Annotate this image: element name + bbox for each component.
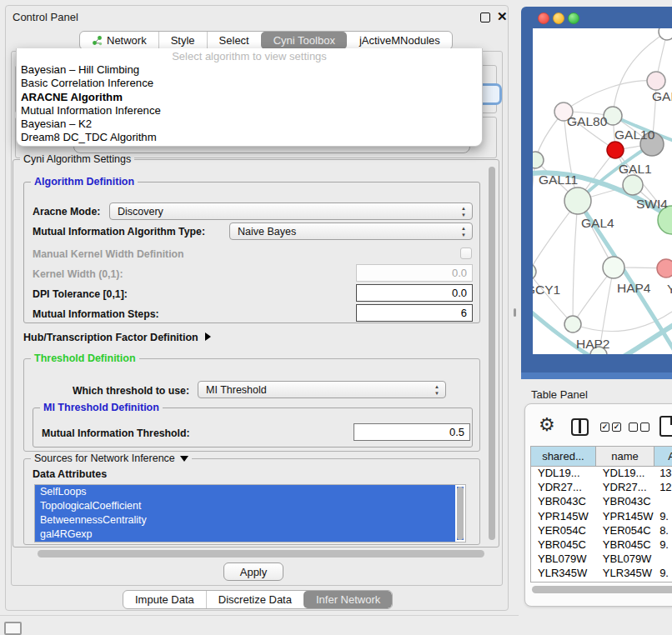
table-cell[interactable]: YDL19... [596,467,654,481]
table-cell[interactable]: YIL052C [531,582,596,583]
close-traffic-light[interactable] [538,12,549,24]
zoom-traffic-light[interactable] [568,12,579,24]
uncheck-all-icon[interactable] [629,422,638,432]
tab-impute-data[interactable]: Impute Data [123,591,206,608]
table-cell[interactable]: YBL079W [531,552,596,567]
table-row[interactable]: YLR345WYLR345W9. [531,567,672,581]
table-row[interactable]: YIL052CYIL052C9 [531,582,672,583]
algorithm-option[interactable]: Bayesian – Hill Climbing [17,63,482,77]
attribute-item[interactable]: TopologicalCoefficient [35,499,455,513]
attribute-item[interactable]: BetweennessCentrality [35,513,455,528]
tab-cyni-toolbox[interactable]: Cyni Toolbox [261,32,347,49]
float-window-icon[interactable] [480,12,490,22]
manual-kernel-checkbox[interactable] [460,248,472,259]
network-node[interactable] [564,316,581,332]
table-cell[interactable]: YBL079W [596,552,654,567]
table-cell[interactable]: YLR345W [531,567,596,581]
table-row[interactable]: YBR043CYBR043C [531,495,672,509]
table-row[interactable]: YDL19...YDL19...13 [531,467,672,481]
network-node[interactable] [533,152,544,168]
table-cell[interactable]: YBR043C [531,495,596,509]
gear-icon[interactable]: ⚙ [539,414,555,436]
table-row[interactable]: YDR27...YDR27...12 [531,481,672,495]
table-cell[interactable]: 12 [654,481,672,495]
algorithm-option[interactable]: Bayesian – K2 [17,118,482,131]
table-cell[interactable]: YDR27... [596,481,654,495]
table-cell[interactable]: 9. [654,510,672,524]
split-columns-icon[interactable] [571,418,589,436]
collapse-arrow-icon[interactable] [180,456,188,462]
table-cell[interactable]: 8. [654,524,672,538]
tab-discretize-data[interactable]: Discretize Data [206,591,303,608]
panel-splitter-handle[interactable] [514,308,516,317]
network-node[interactable] [623,175,643,195]
aracne-mode-select[interactable]: Discovery ▲▼ [109,202,473,220]
close-icon[interactable]: ✕ [497,9,508,24]
table-cell[interactable]: YIL052C [596,582,654,583]
apply-button[interactable]: Apply [223,562,283,581]
table-cell[interactable]: YDL19... [531,467,596,481]
attributes-list-scrollbar[interactable] [457,487,464,540]
minimize-traffic-light[interactable] [553,12,564,24]
check-all-icon[interactable]: ✓ [612,422,621,432]
kernel-width-input[interactable] [356,264,473,282]
which-threshold-select[interactable]: MI Threshold ▲▼ [198,381,446,398]
attribute-item[interactable]: SelfLoops [35,485,455,499]
network-node[interactable] [659,28,672,40]
data-attributes-list[interactable]: SelfLoops TopologicalCoefficient Between… [34,484,466,542]
dpi-tolerance-input[interactable] [356,284,473,302]
hub-definition-expander[interactable]: Hub/Transcription Factor Definition [23,332,211,343]
document-icon[interactable] [659,416,672,437]
attribute-item[interactable]: gal4RGexp [35,528,455,542]
table-cell[interactable] [654,552,672,567]
settings-vertical-scrollbar[interactable] [489,167,496,540]
table-cell[interactable]: YDR27... [531,481,596,495]
algorithm-option[interactable]: Dream8 DC_TDC Algorithm [17,131,482,144]
table-cell[interactable]: 9. [654,567,672,581]
table-cell[interactable]: YBR045C [596,538,654,552]
network-node[interactable] [647,72,665,90]
table-cell[interactable]: YER054C [531,524,596,538]
table-row[interactable]: YBL079WYBL079W [531,552,672,567]
algorithm-option[interactable]: Mutual Information Inference [17,104,482,118]
table-row[interactable]: YER054CYER054C8. [531,524,672,538]
tab-jactivemnodules[interactable]: jActiveMNodules [347,32,452,49]
column-header-partial[interactable]: A [654,447,672,466]
network-node[interactable] [603,257,624,278]
mi-type-select[interactable]: Naive Bayes ▲▼ [229,222,473,240]
table-cell[interactable]: 9 [654,582,672,583]
algorithm-option-selected[interactable]: ARACNE Algorithm [17,91,482,104]
uncheck-all-icon[interactable] [640,422,649,432]
tab-style[interactable]: Style [158,32,207,49]
table-row[interactable]: YPR145WYPR145W9. [531,510,672,524]
settings-horizontal-scrollbar[interactable] [38,550,484,558]
table-cell[interactable]: YPR145W [531,510,596,524]
table-cell[interactable]: YBR043C [596,495,654,509]
tab-network[interactable]: Network [80,32,158,49]
table-cell[interactable]: YBR045C [531,538,596,552]
table-row[interactable]: YBR045CYBR045C9. [531,538,672,552]
network-node[interactable] [564,188,591,214]
table-cell[interactable]: 13 [654,467,672,481]
table-cell[interactable]: YPR145W [596,510,654,524]
network-canvas[interactable]: GALGAL80GAL10GAL1GAL11SWI4GAL4HAP4YGCY1H… [533,28,672,354]
table-horizontal-scrollbar[interactable] [532,586,672,593]
sources-title-text: Sources for Network Inference [34,452,175,464]
column-header-shared-name[interactable]: shared... [531,447,596,466]
mi-type-label: Mutual Information Algorithm Type: [33,226,205,238]
algorithm-option[interactable]: Basic Correlation Inference [17,77,482,90]
network-node[interactable] [607,142,624,158]
network-node[interactable] [533,263,536,280]
mi-steps-input[interactable] [356,304,473,322]
table-cell[interactable]: YLR345W [596,567,654,581]
check-all-icon[interactable]: ✓ [600,422,609,432]
column-header-name[interactable]: name [596,447,654,466]
mi-threshold-input[interactable] [354,423,470,441]
minimized-panel-icon[interactable] [4,622,22,635]
table-cell[interactable]: YER054C [596,524,654,538]
table-cell[interactable] [654,495,672,509]
table-cell[interactable]: 9. [654,538,672,552]
tab-select[interactable]: Select [207,32,261,49]
tab-infer-network[interactable]: Infer Network [303,591,392,608]
network-node[interactable] [657,259,672,278]
